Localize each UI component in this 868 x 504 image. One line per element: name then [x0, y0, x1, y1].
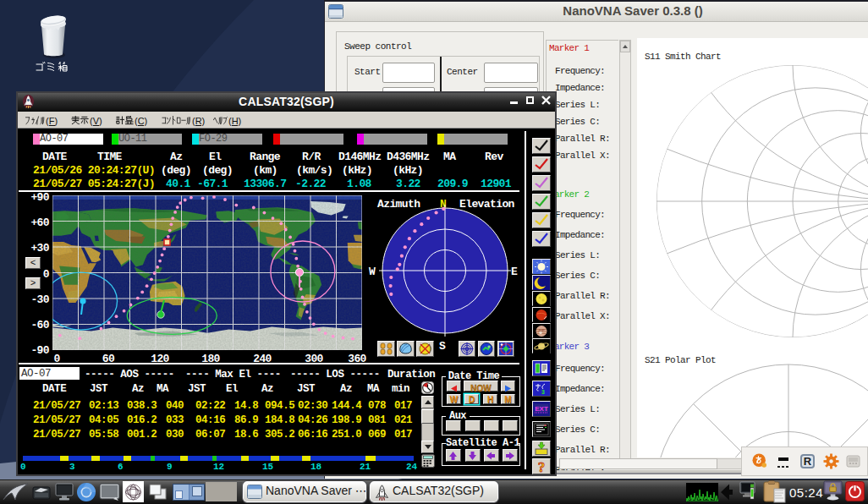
svg-text:NOW: NOW	[470, 384, 492, 393]
svg-text:(V): (V)	[90, 116, 102, 126]
svg-text:(R): (R)	[192, 116, 205, 126]
svg-text:JUP: JUP	[538, 328, 545, 332]
svg-text:(C): (C)	[135, 116, 147, 126]
svg-text:EXT: EXT	[535, 405, 548, 413]
svg-text:?: ?	[538, 459, 546, 474]
svg-text:3: 3	[541, 389, 545, 395]
svg-text:(H): (H)	[228, 116, 241, 126]
svg-text:(F): (F)	[46, 116, 58, 126]
